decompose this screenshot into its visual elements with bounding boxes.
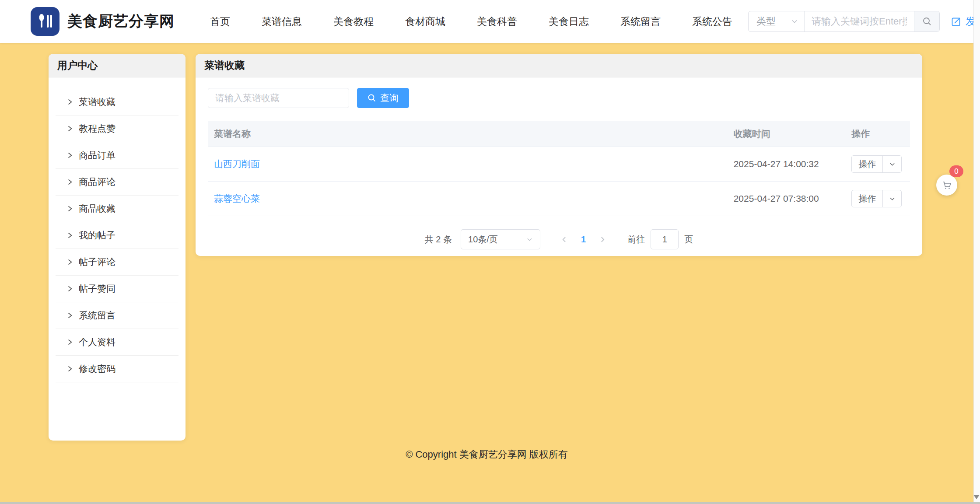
sidebar-item-label: 教程点赞 bbox=[79, 122, 116, 135]
favorite-time: 2025-04-27 07:38:00 bbox=[734, 193, 819, 203]
chevron-right-icon bbox=[67, 125, 73, 132]
sidebar-item-label: 个人资料 bbox=[79, 336, 116, 348]
query-button-label: 查询 bbox=[380, 92, 399, 104]
sidebar-item-recipe-favorites[interactable]: 菜谱收藏 bbox=[56, 89, 178, 116]
sidebar-item-my-posts[interactable]: 我的帖子 bbox=[56, 222, 178, 249]
chevron-right-icon bbox=[67, 178, 73, 186]
brand[interactable]: 美食厨艺分享网 bbox=[31, 7, 175, 36]
pagination-total: 共 2 条 bbox=[425, 234, 452, 245]
sidebar-item-product-comments[interactable]: 商品评论 bbox=[56, 169, 178, 196]
cart-float-button[interactable] bbox=[936, 175, 957, 196]
sidebar-item-label: 商品评论 bbox=[79, 176, 116, 188]
nav-item-notices[interactable]: 系统公告 bbox=[676, 0, 748, 43]
column-header-time: 收藏时间 bbox=[728, 121, 846, 147]
pagination: 共 2 条 10条/页 1 前往 页 bbox=[208, 229, 910, 249]
sidebar-item-label: 帖子评论 bbox=[79, 256, 116, 268]
sidebar-item-label: 商品订单 bbox=[79, 149, 116, 161]
goto-label: 前往 bbox=[627, 234, 645, 245]
action-dropdown: 操作 bbox=[851, 190, 902, 207]
chevron-right-icon bbox=[67, 259, 73, 266]
chevron-right-icon bbox=[67, 365, 73, 372]
sidebar-item-label: 商品收藏 bbox=[79, 203, 116, 215]
chevron-right-icon bbox=[67, 98, 73, 105]
sidebar-item-product-orders[interactable]: 商品订单 bbox=[56, 142, 178, 169]
action-button[interactable]: 操作 bbox=[852, 190, 883, 207]
action-button[interactable]: 操作 bbox=[852, 156, 883, 172]
action-dropdown: 操作 bbox=[851, 155, 902, 173]
sidebar-item-label: 菜谱收藏 bbox=[79, 96, 116, 108]
chevron-right-icon bbox=[67, 285, 73, 292]
sidebar-item-label: 系统留言 bbox=[79, 309, 116, 322]
sidebar-item-post-upvotes[interactable]: 帖子赞同 bbox=[56, 276, 178, 302]
favorite-time: 2025-04-27 14:00:32 bbox=[734, 159, 819, 169]
nav-item-home[interactable]: 首页 bbox=[194, 0, 246, 43]
search-button[interactable] bbox=[914, 11, 939, 32]
user-center-panel: 用户中心 菜谱收藏 教程点赞 商品订单 商品评论 商品收藏 我的帖子 帖子评论 bbox=[49, 54, 186, 441]
top-navbar: 美食厨艺分享网 首页 菜谱信息 美食教程 食材商城 美食科普 美食日志 系统留言… bbox=[0, 0, 973, 43]
filter-row: 查询 bbox=[208, 88, 910, 108]
sidebar-item-label: 帖子赞同 bbox=[79, 283, 116, 295]
search-input[interactable] bbox=[805, 11, 914, 32]
action-caret-button[interactable] bbox=[883, 190, 901, 207]
sidebar-menu: 菜谱收藏 教程点赞 商品订单 商品评论 商品收藏 我的帖子 帖子评论 帖子赞同 bbox=[49, 77, 186, 382]
chevron-right-icon bbox=[67, 312, 73, 319]
panel-body: 查询 菜谱名称 收藏时间 操作 山西刀削面 2025-04-27 14:00:3… bbox=[196, 77, 922, 249]
page-unit-label: 页 bbox=[684, 234, 693, 245]
recipe-favorites-panel: 菜谱收藏 查询 菜谱名称 收藏时间 操作 山西刀削面 20 bbox=[196, 54, 922, 256]
sidebar-item-system-messages[interactable]: 系统留言 bbox=[56, 302, 178, 329]
edit-icon bbox=[951, 16, 962, 27]
nav-item-recipes[interactable]: 菜谱信息 bbox=[246, 0, 318, 43]
recipe-link[interactable]: 蒜蓉空心菜 bbox=[214, 193, 260, 203]
sidebar-item-label: 修改密码 bbox=[79, 363, 116, 375]
chevron-down-icon bbox=[791, 18, 798, 25]
main-nav: 首页 菜谱信息 美食教程 食材商城 美食科普 美食日志 系统留言 系统公告 bbox=[194, 0, 748, 43]
table-header-row: 菜谱名称 收藏时间 操作 bbox=[208, 121, 910, 147]
nav-item-mall[interactable]: 食材商城 bbox=[389, 0, 461, 43]
search-type-select[interactable]: 类型 bbox=[749, 11, 805, 32]
column-header-name: 菜谱名称 bbox=[208, 121, 728, 147]
scrollbar-down-arrow-icon[interactable] bbox=[973, 495, 980, 499]
sidebar-item-change-password[interactable]: 修改密码 bbox=[56, 356, 178, 382]
chevron-right-icon bbox=[67, 152, 73, 159]
nav-item-messages[interactable]: 系统留言 bbox=[605, 0, 676, 43]
chevron-right-icon bbox=[67, 205, 73, 212]
next-page-button[interactable] bbox=[599, 236, 606, 243]
sidebar-item-label: 我的帖子 bbox=[79, 229, 116, 242]
copyright-text: © Copyright 美食厨艺分享网 版权所有 bbox=[0, 448, 973, 461]
vertical-scrollbar[interactable] bbox=[973, 0, 980, 504]
fork-spoon-icon bbox=[36, 13, 54, 30]
table-row: 蒜蓉空心菜 2025-04-27 07:38:00 操作 bbox=[208, 182, 910, 216]
sidebar-item-tutorial-likes[interactable]: 教程点赞 bbox=[56, 116, 178, 142]
query-button[interactable]: 查询 bbox=[357, 88, 409, 108]
search-icon bbox=[922, 17, 932, 26]
current-page[interactable]: 1 bbox=[581, 234, 586, 245]
chevron-right-icon bbox=[67, 339, 73, 346]
page-size-value: 10条/页 bbox=[468, 234, 498, 245]
cart-icon bbox=[941, 179, 952, 191]
page-size-select[interactable]: 10条/页 bbox=[461, 229, 540, 249]
nav-item-tutorials[interactable]: 美食教程 bbox=[318, 0, 389, 43]
horizontal-scrollbar[interactable] bbox=[0, 502, 980, 504]
recipe-search-input[interactable] bbox=[208, 88, 349, 108]
sidebar-item-product-favorites[interactable]: 商品收藏 bbox=[56, 196, 178, 222]
sidebar-title: 用户中心 bbox=[49, 54, 186, 77]
column-header-action: 操作 bbox=[845, 121, 910, 147]
recipe-link[interactable]: 山西刀削面 bbox=[214, 159, 260, 169]
action-caret-button[interactable] bbox=[883, 156, 901, 172]
prev-page-button[interactable] bbox=[560, 236, 568, 243]
search-icon bbox=[368, 94, 376, 102]
goto-page-input[interactable] bbox=[651, 229, 679, 249]
sidebar-item-profile[interactable]: 个人资料 bbox=[56, 329, 178, 356]
sidebar-item-post-comments[interactable]: 帖子评论 bbox=[56, 249, 178, 276]
global-search: 类型 bbox=[748, 11, 940, 32]
nav-item-science[interactable]: 美食科普 bbox=[461, 0, 533, 43]
brand-logo bbox=[31, 7, 60, 36]
table-row: 山西刀削面 2025-04-27 14:00:32 操作 bbox=[208, 147, 910, 182]
site-title: 美食厨艺分享网 bbox=[67, 11, 175, 32]
navbar-right: 类型 发帖 bbox=[748, 10, 980, 33]
page-title: 菜谱收藏 bbox=[196, 54, 922, 77]
nav-item-journal[interactable]: 美食日志 bbox=[533, 0, 605, 43]
chevron-down-icon bbox=[526, 236, 533, 243]
favorites-table: 菜谱名称 收藏时间 操作 山西刀削面 2025-04-27 14:00:32 操… bbox=[208, 121, 910, 216]
chevron-right-icon bbox=[67, 232, 73, 239]
